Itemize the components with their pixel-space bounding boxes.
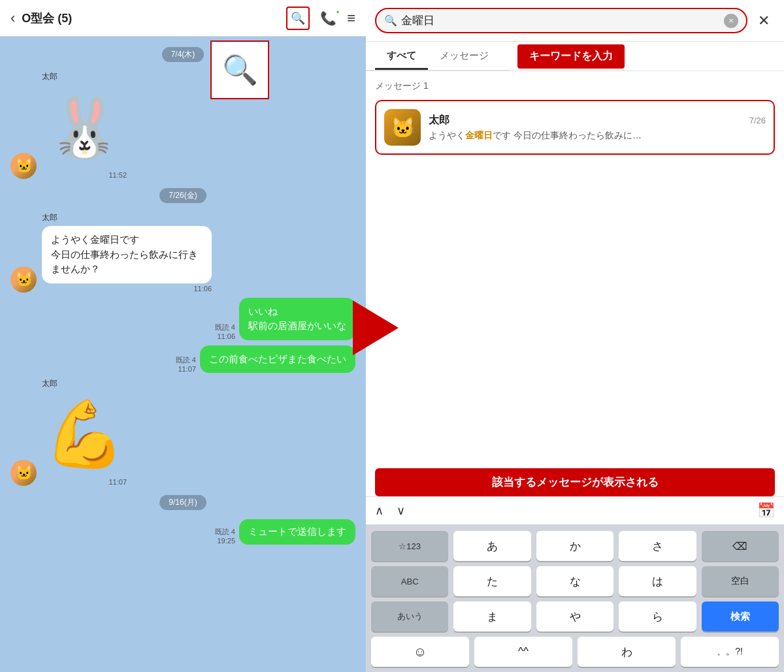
message-bubble: いいね駅前の居酒屋がいいな (239, 298, 355, 340)
key-na[interactable]: な (536, 566, 613, 596)
search-big-icon: 🔍 (222, 53, 258, 87)
preview-after: です 今日の仕事終わったら飲みに… (493, 130, 642, 140)
tab-messages[interactable]: メッセージ (428, 42, 500, 70)
key-punctuation[interactable]: 、。?! (681, 637, 779, 667)
key-aiu[interactable]: あいう (371, 601, 448, 632)
message-row: 既読 419:25 ミュートで送信します (10, 519, 355, 545)
arrow-shape (353, 300, 399, 355)
msg-time: 11:06 (193, 285, 212, 293)
message-row: 既読 411:06 いいね駅前の居酒屋がいいな (10, 298, 355, 340)
date-badge: 7/26(金) (159, 188, 206, 203)
nav-down-button[interactable]: ∨ (397, 504, 405, 518)
sender-name: 太郎 (42, 212, 212, 223)
msg-time: 11:07 (108, 478, 127, 486)
search-button[interactable]: 🔍 (286, 7, 310, 30)
key-backspace[interactable]: ⌫ (702, 531, 779, 561)
search-panel: 🔍 金曜日 × ✕ すべて メッセージ キーワードを入力 メッセージ 1 🐱 太… (366, 0, 784, 672)
key-a[interactable]: あ (453, 531, 531, 561)
result-sender-name: 太郎 (429, 114, 449, 127)
key-ka[interactable]: か (536, 531, 613, 561)
preview-highlight: 金曜日 (465, 130, 493, 140)
key-search[interactable]: 検索 (702, 601, 779, 632)
msg-time: 11:52 (108, 171, 127, 179)
msg-column: 太郎 💪 11:07 (42, 378, 127, 486)
result-content: 太郎 7/26 ようやく金曜日です 今日の仕事終わったら飲みに… (429, 114, 766, 142)
read-receipt: 既読 419:25 (215, 527, 235, 545)
key-emoji[interactable]: ☺ (371, 637, 469, 667)
result-avatar: 🐱 (384, 109, 421, 146)
msg-column: 既読 419:25 ミュートで送信します (215, 519, 355, 545)
search-input[interactable]: 金曜日 (401, 13, 720, 28)
chat-body: 7/4(木) 🐱 太郎 🐰 11:52 7/26(金) 🐱 太郎 ようやく金曜日… (0, 37, 366, 672)
msg-column: 既読 411:07 この前食べたピザまた食べたい (176, 345, 355, 374)
phone-button[interactable]: 📞 (320, 10, 336, 26)
result-date: 7/26 (749, 116, 766, 125)
search-input-wrapper[interactable]: 🔍 金曜日 × (375, 8, 747, 33)
calendar-button[interactable]: 📅 (757, 502, 775, 519)
key-wa[interactable]: わ (578, 637, 676, 667)
key-caret[interactable]: ^^ (474, 637, 572, 667)
search-popup: 🔍 (210, 40, 269, 99)
sender-name: 太郎 (42, 71, 127, 82)
keyboard-row-1: ☆123 あ か さ ⌫ (371, 531, 779, 561)
nav-up-button[interactable]: ∧ (375, 504, 384, 518)
msg-column: 太郎 🐰 11:52 (42, 71, 127, 179)
search-icon: 🔍 (384, 14, 397, 27)
date-badge: 7/4(木) (162, 47, 204, 62)
preview-before: ようやく (429, 130, 465, 140)
result-section-title: メッセージ 1 (375, 78, 775, 95)
result-name-row: 太郎 7/26 (429, 114, 766, 127)
key-ha[interactable]: は (619, 566, 696, 596)
msg-column: 既読 411:06 いいね駅前の居酒屋がいいな (215, 298, 355, 340)
avatar: 🐱 (10, 153, 37, 179)
key-ra[interactable]: ら (619, 601, 696, 632)
back-button[interactable]: ‹ (10, 10, 15, 27)
msg-column: 太郎 ようやく金曜日です今日の仕事終わったら飲みに行きませんか？ 11:06 (42, 212, 212, 293)
key-ma[interactable]: ま (453, 601, 531, 632)
close-button[interactable]: ✕ (753, 10, 775, 32)
tab-all[interactable]: すべて (375, 42, 428, 70)
key-ta[interactable]: た (453, 566, 531, 596)
search-tabs-row: すべて メッセージ キーワードを入力 (366, 42, 784, 71)
keyboard-nav: ∧ ∨ 📅 (366, 496, 784, 524)
date-badge: 9/16(月) (159, 495, 206, 510)
key-sa[interactable]: さ (619, 531, 696, 561)
avatar: 🐱 (10, 266, 37, 293)
chat-header: ‹ O型会 (5) 🔍 📞 ≡ (0, 0, 366, 37)
message-bubble: ようやく金曜日です今日の仕事終わったら飲みに行きませんか？ (42, 226, 212, 283)
chat-title: O型会 (5) (22, 10, 286, 26)
sender-name: 太郎 (42, 378, 127, 389)
search-tabs: すべて メッセージ (366, 42, 510, 71)
message-row: 🐱 太郎 🐰 11:52 (10, 71, 355, 179)
message-row: 既読 411:07 この前食べたピザまた食べたい (10, 345, 355, 374)
message-bubble: ミュートで送信します (239, 519, 355, 545)
search-results: メッセージ 1 🐱 太郎 7/26 ようやく金曜日です 今日の仕事終わったら飲み… (366, 71, 784, 458)
keyboard-row-4: ☺ ^^ わ 、。?! (371, 637, 779, 667)
key-space[interactable]: 空白 (702, 566, 779, 596)
avatar: 🐱 (10, 460, 37, 486)
message-row: 🐱 太郎 ようやく金曜日です今日の仕事終わったら飲みに行きませんか？ 11:06 (10, 212, 355, 293)
key-special-123[interactable]: ☆123 (371, 531, 448, 561)
keyword-hint-label: キーワードを入力 (517, 44, 625, 69)
search-clear-button[interactable]: × (724, 14, 738, 28)
result-preview: ようやく金曜日です 今日の仕事終わったら飲みに… (429, 130, 766, 142)
chat-panel: ‹ O型会 (5) 🔍 📞 ≡ 7/4(木) 🐱 太郎 🐰 11:52 7/ (0, 0, 366, 672)
direction-arrow (353, 300, 399, 355)
message-row: 🐱 太郎 💪 11:07 (10, 378, 355, 486)
key-abc[interactable]: ABC (371, 566, 448, 596)
sticker-muscle: 💪 (42, 392, 127, 477)
header-icons: 🔍 📞 ≡ (286, 7, 355, 30)
keyboard: ☆123 あ か さ ⌫ ABC た な は 空白 あいう ま や ら 検索 ☺… (366, 524, 784, 672)
search-bar-row: 🔍 金曜日 × ✕ (366, 0, 784, 42)
menu-button[interactable]: ≡ (347, 10, 355, 27)
key-ya[interactable]: や (536, 601, 613, 632)
sticker-bunny: 🐰 (42, 85, 127, 170)
keyboard-row-2: ABC た な は 空白 (371, 566, 779, 596)
keyboard-row-3: あいう ま や ら 検索 (371, 601, 779, 632)
message-bubble: この前食べたピザまた食べたい (200, 345, 355, 374)
read-receipt: 既読 411:06 (215, 323, 235, 340)
matching-label: 該当するメッセージが表示される (375, 468, 775, 496)
read-receipt: 既読 411:07 (176, 355, 196, 373)
result-card[interactable]: 🐱 太郎 7/26 ようやく金曜日です 今日の仕事終わったら飲みに… (375, 100, 775, 155)
